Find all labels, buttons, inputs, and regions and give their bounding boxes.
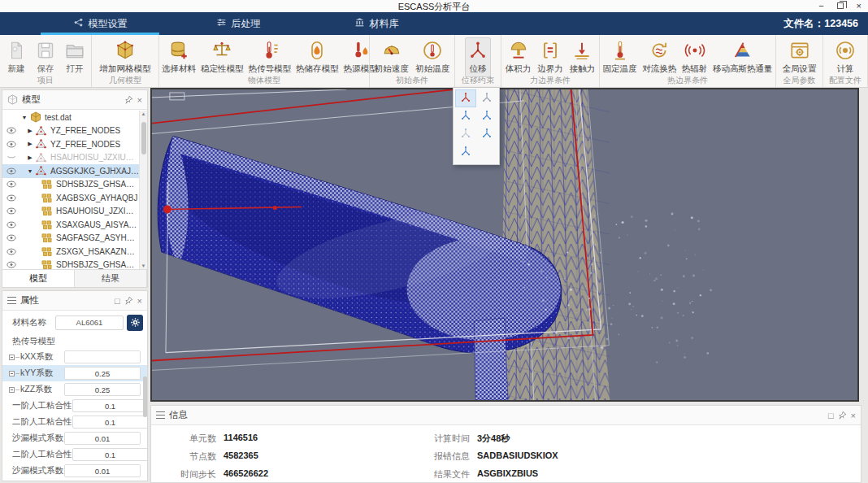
tree-node[interactable]: HSAUHOISU_JZXIUXHAHX (2, 205, 139, 219)
material-name-input[interactable] (55, 315, 124, 330)
expander-icon[interactable]: ▶ (26, 154, 34, 161)
triad-option-4[interactable] (476, 107, 497, 125)
property-value-input[interactable] (72, 399, 148, 412)
tree-node[interactable]: ▼AGSGKJKG_GJHXAJKHXA (2, 164, 139, 178)
radiation-button[interactable]: 热辐射 (679, 37, 710, 77)
expander-icon[interactable]: ▶ (26, 128, 34, 134)
triad-option-2[interactable] (476, 89, 497, 107)
property-value-input[interactable] (72, 448, 148, 461)
visibility-eye-icon[interactable] (7, 234, 17, 242)
info-field: 节点数4582365 (166, 450, 258, 463)
heat-storage-button[interactable]: 热储存模型 (293, 37, 341, 77)
triad-option-3[interactable] (455, 107, 476, 125)
info-panel: 信息 □ × 单元数1146516节点数4582365时间步长466526622… (150, 405, 861, 483)
global-settings-button[interactable]: 全局设置 (780, 37, 819, 77)
viewport-3d[interactable] (150, 88, 859, 402)
triad-option-6[interactable] (476, 125, 497, 143)
material-settings-button[interactable] (127, 315, 143, 331)
panel-tab-model[interactable]: 模型 (2, 270, 75, 287)
tab-material-library[interactable]: 材料库 (307, 12, 445, 35)
triad-option-1[interactable] (455, 89, 476, 107)
visibility-eye-icon[interactable] (7, 127, 17, 134)
maximize-icon[interactable]: □ (828, 411, 834, 420)
visibility-eye-icon[interactable] (7, 194, 17, 202)
property-row: 沙漏模式系数 (2, 463, 147, 479)
visibility-eye-icon[interactable] (7, 181, 17, 188)
expander-icon[interactable]: ▼ (26, 168, 34, 174)
tree-node[interactable]: ▶YZ_FREE_NODES (2, 137, 139, 151)
triad-icon (459, 109, 472, 124)
tree-node-icon[interactable] (7, 371, 19, 376)
file-new-button[interactable]: 新建 (3, 37, 29, 77)
property-value-input[interactable] (64, 350, 141, 363)
info-value: SADBASIUDSKIOX (477, 450, 558, 463)
close-icon[interactable]: × (137, 95, 142, 105)
maximize-icon[interactable]: □ (115, 296, 120, 306)
property-value-input[interactable] (64, 367, 141, 380)
boundary-force-button[interactable]: 边界力 (535, 37, 566, 77)
minimize-button[interactable]: − (818, 1, 823, 11)
triad-button[interactable]: 位移 (465, 37, 491, 77)
close-icon[interactable]: × (137, 296, 142, 306)
tree-node[interactable]: SAGFASGZ_ASYHHXSN (2, 232, 139, 246)
panel-tab-results[interactable]: 结果 (75, 270, 147, 287)
material-name-row: 材料名称 (2, 311, 147, 333)
fixed-temp-button[interactable]: 固定温度 (601, 37, 640, 77)
info-label: 单元数 (166, 433, 216, 445)
property-value-input[interactable] (64, 464, 141, 477)
gauge-button[interactable]: 初始速度 (372, 37, 411, 77)
tree-node[interactable]: SDHSBJZS_GHSABJHB_ZAHU (2, 259, 139, 270)
cube-button[interactable]: 增加网格模型 (98, 37, 154, 77)
pin-icon[interactable] (838, 411, 847, 420)
tab-label: 后处理 (232, 17, 261, 31)
contact-force-button[interactable]: 接触力 (567, 37, 598, 77)
triad-icon (480, 91, 493, 106)
pin-icon[interactable] (124, 296, 133, 305)
visibility-eye-icon[interactable] (7, 221, 17, 228)
thermo-circle-button[interactable]: 初始温度 (413, 37, 452, 77)
tree-node[interactable]: ▶HSAUHOISU_JZXIUXHAHX (2, 151, 139, 165)
close-icon[interactable]: × (851, 411, 856, 420)
material-button[interactable]: 选择材料 (159, 37, 198, 77)
tree-node-icon[interactable] (7, 355, 19, 360)
visibility-eye-icon[interactable] (7, 168, 17, 175)
scale-button[interactable]: 稳定性模型 (198, 37, 246, 77)
expander-icon[interactable]: ▼ (20, 115, 28, 120)
tab-post-process[interactable]: 后处理 (169, 12, 307, 35)
tree-node[interactable]: XSAXGAUS_AISYAQSH_ASHX (2, 218, 139, 232)
properties-scrollbar[interactable] (143, 376, 147, 417)
pin-icon[interactable] (124, 95, 133, 104)
visibility-eye-icon[interactable] (7, 261, 17, 268)
visibility-eye-icon[interactable] (7, 141, 17, 148)
tab-model-settings[interactable]: 模型设置 (31, 12, 169, 35)
heat-storage-icon (306, 40, 328, 63)
compute-button[interactable]: 计算 (832, 37, 858, 77)
tree-node[interactable]: ▼test.dat (2, 111, 139, 124)
grid-node-icon (41, 233, 53, 243)
body-force-button[interactable]: 体积力 (503, 37, 534, 77)
visibility-eye-closed-icon[interactable] (7, 154, 17, 161)
visibility-eye-icon[interactable] (7, 248, 17, 255)
tab-label: 模型设置 (89, 17, 128, 31)
property-value-input[interactable] (72, 416, 148, 429)
property-value-input[interactable] (64, 432, 141, 445)
tree-node-icon[interactable] (7, 387, 19, 393)
global-settings-icon (789, 40, 810, 63)
expander-icon[interactable]: ▶ (26, 141, 34, 147)
folder-open-button[interactable]: 打开 (62, 37, 88, 77)
property-value-input[interactable] (64, 383, 141, 396)
triad-option-5[interactable] (455, 125, 476, 143)
tree-node[interactable]: ZSXGX_HSAKAZNZXK_AHASX (2, 245, 139, 259)
thermo-conduct-button[interactable]: 热传导模型 (246, 37, 294, 77)
tree-scrollbar[interactable]: ▲ ▼ (139, 111, 147, 269)
triad-option-7[interactable] (455, 143, 476, 161)
tree-node[interactable]: ▶YZ_FREE_NODES (2, 124, 139, 138)
convection-button[interactable]: 对流换热 (640, 37, 679, 77)
save-button[interactable]: 保存 (33, 37, 59, 77)
tree-node[interactable]: SDHSBJZS_GHSABJHB_ZAHU (2, 178, 139, 192)
tree-node[interactable]: XAGBSXG_AYHAQBJ (2, 191, 139, 205)
gauss-flux-button[interactable]: 移动高斯热通量 (710, 37, 775, 77)
restore-button[interactable] (837, 1, 844, 11)
visibility-eye-icon[interactable] (7, 207, 17, 215)
close-button[interactable]: × (857, 1, 861, 11)
